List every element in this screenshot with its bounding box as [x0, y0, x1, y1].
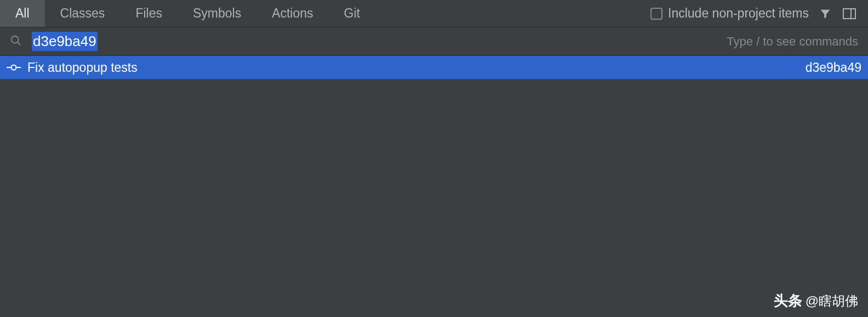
- tab-all[interactable]: All: [0, 0, 45, 27]
- svg-point-2: [12, 36, 19, 43]
- search-icon: [10, 35, 22, 49]
- tab-actions[interactable]: Actions: [256, 0, 328, 27]
- tab-git[interactable]: Git: [329, 0, 375, 27]
- watermark-handle: @瞎胡佛: [806, 292, 858, 310]
- search-value: d3e9ba49: [32, 32, 98, 51]
- filter-icon[interactable]: [818, 6, 833, 21]
- result-hash: d3e9ba49: [806, 60, 861, 75]
- search-hint: Type / to see commands: [727, 35, 858, 49]
- include-non-project-label: Include non-project items: [668, 6, 809, 21]
- watermark: 头条 @瞎胡佛: [774, 291, 858, 310]
- results-list: Fix autopopup tests d3e9ba49: [0, 56, 868, 79]
- include-non-project-checkbox[interactable]: Include non-project items: [650, 6, 809, 21]
- tab-symbols[interactable]: Symbols: [178, 0, 256, 27]
- result-title: Fix autopopup tests: [27, 60, 138, 75]
- tab-files[interactable]: Files: [120, 0, 178, 27]
- result-row[interactable]: Fix autopopup tests d3e9ba49: [0, 56, 868, 79]
- svg-rect-0: [843, 9, 855, 19]
- svg-line-3: [18, 42, 21, 45]
- search-input[interactable]: d3e9ba49: [32, 32, 727, 51]
- tab-bar-right: Include non-project items: [650, 6, 868, 21]
- tab-classes[interactable]: Classes: [45, 0, 121, 27]
- preview-panel-icon[interactable]: [842, 6, 857, 21]
- tab-bar: All Classes Files Symbols Actions Git In…: [0, 0, 868, 27]
- checkbox-box-icon: [650, 8, 663, 20]
- svg-point-4: [12, 65, 16, 70]
- watermark-brand: 头条: [774, 291, 802, 310]
- commit-icon: [7, 64, 21, 71]
- search-row: d3e9ba49 Type / to see commands: [0, 27, 868, 56]
